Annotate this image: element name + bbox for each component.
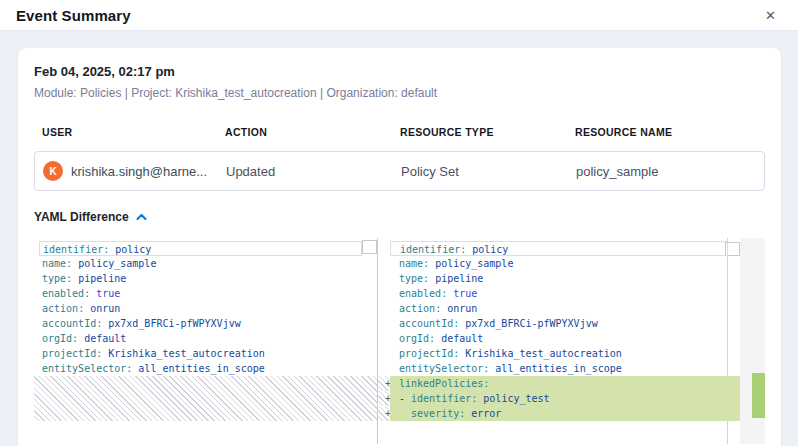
yaml-line: name: policy_sample	[34, 256, 377, 271]
yaml-line: enabled: true	[34, 286, 377, 301]
yaml-line: entitySelector: all_entities_in_scope	[390, 361, 740, 376]
yaml-line: type: pipeline	[390, 271, 740, 286]
gutter-row	[378, 316, 390, 331]
yaml-line: accountId: px7xd_BFRCi-pfWPYXVjvw	[390, 316, 740, 331]
column-resource-name: RESOURCE NAME	[575, 126, 765, 138]
modal-header: Event Summary ✕	[0, 0, 798, 31]
close-icon[interactable]: ✕	[759, 7, 782, 24]
modal-body: Feb 04, 2025, 02:17 pm Module: Policies …	[0, 31, 798, 446]
diff-pane-original[interactable]: identifier: policyname: policy_sampletyp…	[34, 238, 377, 444]
diff-gutter: +++	[378, 238, 390, 444]
gutter-row	[378, 346, 390, 361]
yaml-line: projectId: Krishika_test_autocreation	[34, 346, 377, 361]
yaml-line: severity: error	[390, 406, 740, 421]
page-title: Event Summary	[16, 7, 131, 24]
event-timestamp: Feb 04, 2025, 02:17 pm	[34, 64, 765, 79]
yaml-line: action: onrun	[34, 301, 377, 316]
yaml-line: identifier: policy	[390, 241, 728, 256]
yaml-line: enabled: true	[390, 286, 740, 301]
scrollbar-slider[interactable]	[362, 240, 377, 254]
yaml-line: orgId: default	[34, 331, 377, 346]
diff-pane-modified[interactable]: identifier: policyname: policy_sampletyp…	[390, 238, 740, 444]
yaml-difference-toggle[interactable]: YAML Difference	[34, 210, 147, 224]
yaml-line: entitySelector: all_entities_in_scope	[34, 361, 377, 376]
audit-table-header: USER ACTION RESOURCE TYPE RESOURCE NAME	[34, 126, 765, 138]
yaml-diff-editor: identifier: policyname: policy_sampletyp…	[34, 238, 765, 444]
gutter-row	[378, 301, 390, 316]
gutter-row	[378, 256, 390, 271]
event-scope: Module: Policies | Project: Krishika_tes…	[34, 86, 765, 100]
gutter-row	[378, 286, 390, 301]
added-line-marker: +	[378, 376, 390, 391]
column-resource-type: RESOURCE TYPE	[400, 126, 575, 138]
yaml-line: action: onrun	[390, 301, 740, 316]
gutter-row	[378, 361, 390, 376]
yaml-line: - identifier: policy_test	[390, 391, 740, 406]
yaml-line: name: policy_sample	[390, 256, 740, 271]
resource-type-cell: Policy Set	[401, 164, 576, 179]
event-summary-card: Feb 04, 2025, 02:17 pm Module: Policies …	[18, 48, 781, 446]
avatar: K	[43, 161, 63, 181]
added-line-marker: +	[378, 391, 390, 406]
yaml-line: orgId: default	[390, 331, 740, 346]
gutter-row	[378, 271, 390, 286]
resource-name-cell: policy_sample	[576, 164, 764, 179]
action-cell: Updated	[226, 164, 401, 179]
user-email: krishika.singh@harne...	[71, 164, 207, 179]
yaml-line: accountId: px7xd_BFRCi-pfWPYXVjvw	[34, 316, 377, 331]
yaml-line: projectId: Krishika_test_autocreation	[390, 346, 740, 361]
yaml-line: identifier: policy	[39, 241, 362, 256]
added-line-marker: +	[378, 406, 390, 421]
yaml-difference-label: YAML Difference	[34, 210, 129, 224]
yaml-line: linkedPolicies:	[390, 376, 740, 391]
missing-lines-placeholder	[34, 376, 377, 421]
column-user: USER	[42, 126, 225, 138]
diff-overview-ruler[interactable]	[740, 238, 765, 444]
chevron-up-icon	[136, 213, 147, 221]
added-lines-marker	[752, 373, 765, 418]
yaml-line: type: pipeline	[34, 271, 377, 286]
gutter-row	[378, 331, 390, 346]
column-action: ACTION	[225, 126, 400, 138]
gutter-row	[378, 241, 390, 256]
user-cell: K krishika.singh@harne...	[43, 161, 226, 181]
table-row: K krishika.singh@harne... Updated Policy…	[34, 151, 765, 191]
